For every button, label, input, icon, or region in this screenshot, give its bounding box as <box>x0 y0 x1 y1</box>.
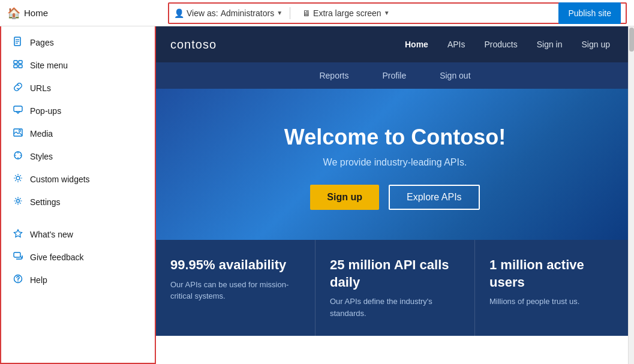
site-nav-link-signin[interactable]: Sign in <box>527 26 572 62</box>
sidebar-divider <box>1 213 155 223</box>
stat-api-calls: 25 million API calls daily Our APIs defi… <box>316 240 475 336</box>
sidebar-item-whats-new-label: What's new <box>30 230 73 239</box>
chevron-down-icon-2: ▼ <box>384 10 390 16</box>
site-nav-sub-link-reports[interactable]: Reports <box>314 71 353 80</box>
sidebar-item-styles-label: Styles <box>30 152 53 161</box>
sidebar-item-media-label: Media <box>30 129 53 139</box>
site-nav-links: Home APIs Products Sign in Sign up <box>395 26 620 62</box>
sidebar-item-give-feedback-label: Give feedback <box>30 252 84 262</box>
home-icon: 🏠 <box>7 7 20 20</box>
person-icon: 👤 <box>174 8 184 18</box>
site-nav-sub-link-profile[interactable]: Profile <box>377 71 411 80</box>
sidebar-item-urls[interactable]: URLs <box>1 77 155 100</box>
sidebar-item-pages[interactable]: Pages <box>1 31 155 54</box>
hero-buttons: Sign up Explore APIs <box>310 185 479 210</box>
styles-icon <box>12 151 24 163</box>
sidebar-item-urls-label: URLs <box>30 83 51 93</box>
site-menu-icon <box>12 59 24 71</box>
home-title: Home <box>24 8 48 18</box>
stat-active-users-title: 1 million active users <box>489 257 620 291</box>
hero-explore-button[interactable]: Explore APIs <box>389 185 480 210</box>
top-bar: 🏠 Home 👤 View as: Administrators ▼ 🖥 Ext… <box>0 0 634 26</box>
sidebar-item-styles[interactable]: Styles <box>1 145 155 168</box>
sidebar-item-whats-new[interactable]: What's new <box>1 223 155 246</box>
pages-icon <box>12 37 24 49</box>
site-nav: contoso Home APIs Products Sign in Sign … <box>156 26 634 62</box>
media-icon <box>12 128 24 140</box>
svg-rect-6 <box>14 65 17 68</box>
svg-rect-8 <box>14 106 22 112</box>
view-as-value: Administrators <box>221 8 274 18</box>
sidebar-item-help-label: Help <box>30 275 47 285</box>
site-nav-sub-link-signout[interactable]: Sign out <box>435 71 475 80</box>
hero-title: Welcome to Contoso! <box>284 125 506 150</box>
scrollbar-track[interactable] <box>628 26 634 364</box>
urls-icon <box>12 82 24 94</box>
preview-area: contoso Home APIs Products Sign in Sign … <box>156 26 634 364</box>
sidebar-item-site-menu-label: Site menu <box>30 61 68 70</box>
scrollbar-thumb[interactable] <box>629 28 634 52</box>
chevron-down-icon: ▼ <box>277 10 283 16</box>
site-nav-link-products[interactable]: Products <box>474 26 527 62</box>
main-area: Pages Site menu URLs Pop-ups Media <box>0 26 634 364</box>
home-title-area: 🏠 Home <box>7 7 163 20</box>
sidebar-item-popups-label: Pop-ups <box>30 106 61 116</box>
site-nav-sub: Reports Profile Sign out <box>156 62 634 89</box>
whats-new-icon <box>12 228 24 240</box>
popups-icon <box>12 105 24 117</box>
stat-api-calls-title: 25 million API calls daily <box>330 257 460 291</box>
screen-size-selector[interactable]: 🖥 Extra large screen ▼ <box>302 8 390 18</box>
svg-rect-4 <box>14 61 17 64</box>
sidebar: Pages Site menu URLs Pop-ups Media <box>0 26 156 364</box>
give-feedback-icon <box>12 251 24 263</box>
site-nav-link-signup[interactable]: Sign up <box>572 26 620 62</box>
sidebar-item-site-menu[interactable]: Site menu <box>1 54 155 77</box>
toolbar-separator <box>290 7 290 19</box>
site-logo: contoso <box>170 38 217 52</box>
sidebar-item-settings[interactable]: Settings <box>1 191 155 213</box>
toolbar: 👤 View as: Administrators ▼ 🖥 Extra larg… <box>168 2 627 24</box>
svg-rect-14 <box>14 252 20 257</box>
sidebar-item-custom-widgets-label: Custom widgets <box>30 175 90 184</box>
stat-active-users: 1 million active users Millions of peopl… <box>475 240 634 336</box>
hero-signup-button[interactable]: Sign up <box>310 185 379 210</box>
hero-section: Welcome to Contoso! We provide industry-… <box>156 89 634 240</box>
stat-availability-desc: Our APIs can be used for mission-critica… <box>170 279 301 302</box>
preview-frame: contoso Home APIs Products Sign in Sign … <box>156 26 634 364</box>
view-as-label: View as: <box>187 8 218 18</box>
publish-site-button[interactable]: Publish site <box>558 2 621 24</box>
sidebar-item-give-feedback[interactable]: Give feedback <box>1 246 155 269</box>
hero-subtitle: We provide industry-leading APIs. <box>323 157 467 168</box>
svg-point-13 <box>17 200 20 203</box>
svg-rect-5 <box>19 61 22 64</box>
sidebar-item-media[interactable]: Media <box>1 122 155 145</box>
custom-widgets-icon <box>12 173 24 185</box>
sidebar-item-popups[interactable]: Pop-ups <box>1 100 155 122</box>
sidebar-item-help[interactable]: Help <box>1 269 155 291</box>
help-icon <box>12 274 24 286</box>
stat-active-users-desc: Millions of people trust us. <box>489 296 620 308</box>
stat-availability-title: 99.95% availability <box>170 257 301 274</box>
site-nav-link-home[interactable]: Home <box>395 26 438 62</box>
sidebar-item-pages-label: Pages <box>30 38 54 47</box>
svg-rect-7 <box>19 65 22 68</box>
stat-api-calls-desc: Our APIs define the industry's standards… <box>330 296 460 319</box>
settings-icon <box>12 196 24 208</box>
sidebar-item-custom-widgets[interactable]: Custom widgets <box>1 168 155 191</box>
svg-point-12 <box>16 176 20 180</box>
svg-point-10 <box>19 130 21 132</box>
sidebar-item-settings-label: Settings <box>30 197 61 207</box>
site-nav-link-apis[interactable]: APIs <box>438 26 475 62</box>
svg-point-16 <box>17 281 19 282</box>
stat-availability: 99.95% availability Our APIs can be used… <box>156 240 316 336</box>
stats-section: 99.95% availability Our APIs can be used… <box>156 240 634 336</box>
view-as-selector[interactable]: 👤 View as: Administrators ▼ <box>174 8 283 18</box>
monitor-icon: 🖥 <box>302 8 311 18</box>
screen-size-value: Extra large screen <box>313 8 381 18</box>
